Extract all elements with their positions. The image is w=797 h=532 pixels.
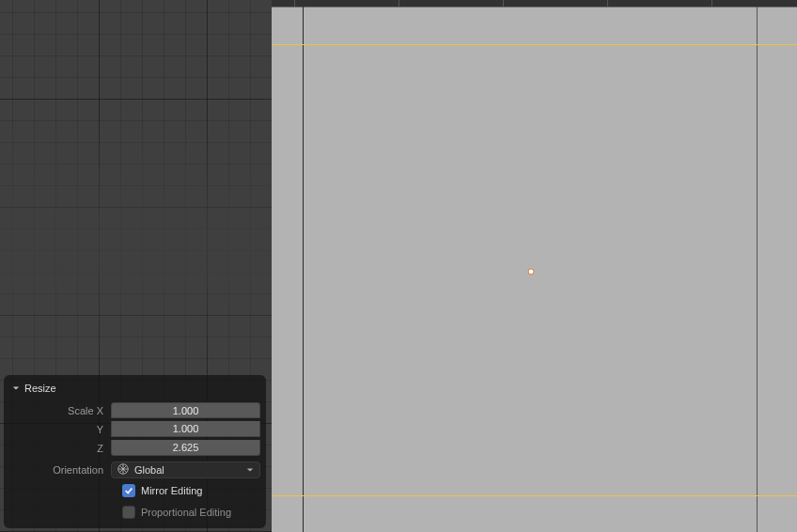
cursor-2d-icon[interactable] [527,268,534,274]
operator-panel-title: Resize [24,383,56,394]
uv-selected-edge [272,44,797,45]
operator-panel-resize: Resize Scale X 1.000 Y 1.000 Z 2.625 Ori… [4,375,266,528]
scale-y-label: Y [9,424,111,435]
uv-selected-edge [272,495,797,496]
chevron-down-icon [11,383,21,393]
uv-ruler [272,0,797,7]
scale-y-value: 1.000 [173,423,199,434]
orientation-select[interactable]: Global [111,462,260,478]
uv-edge-vertical [303,7,304,532]
operator-panel-header[interactable]: Resize [9,379,260,401]
proportional-editing-checkbox[interactable] [122,506,135,519]
orientation-label: Orientation [9,464,111,476]
orientation-value: Global [134,464,164,476]
mirror-editing-label: Mirror Editing [141,485,202,496]
uv-mesh-plane[interactable] [272,7,797,532]
chevron-down-icon [246,464,254,476]
scale-x-field[interactable]: 1.000 [111,402,260,418]
mirror-editing-checkbox[interactable] [122,484,135,497]
app-stage: Resize Scale X 1.000 Y 1.000 Z 2.625 Ori… [0,0,797,532]
scale-z-label: Z [9,443,111,454]
scale-x-value: 1.000 [173,405,199,416]
scale-z-value: 2.625 [173,442,199,453]
proportional-editing-label: Proportional Editing [141,507,231,518]
scale-x-label: Scale X [9,405,111,416]
viewport-uv[interactable] [272,0,797,532]
orientation-global-icon [117,463,129,477]
scale-z-field[interactable]: 2.625 [111,440,260,456]
scale-y-field[interactable]: 1.000 [111,421,260,437]
uv-edge-vertical [757,7,758,532]
